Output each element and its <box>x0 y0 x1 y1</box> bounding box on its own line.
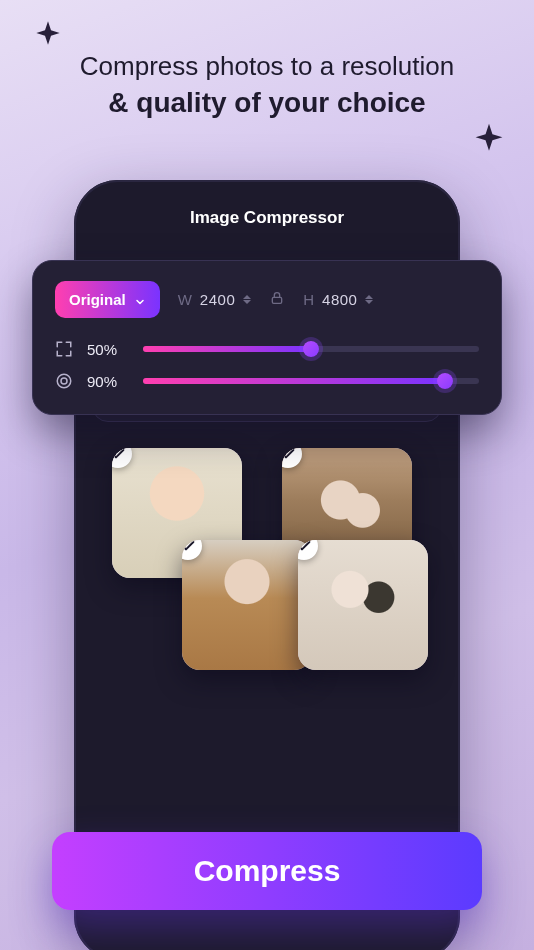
controls-panel: Original W 2400 H 4800 50% <box>32 260 502 415</box>
preset-dropdown[interactable]: Original <box>55 281 160 318</box>
stepper-arrows-icon <box>243 295 251 304</box>
sparkle-icon <box>466 120 512 166</box>
page-title: Image Compressor <box>74 208 460 228</box>
svg-point-2 <box>61 378 67 384</box>
headline-line2: & quality of your choice <box>0 85 534 120</box>
slider-fill <box>143 378 445 384</box>
svg-point-1 <box>57 374 71 388</box>
preset-label: Original <box>69 291 126 308</box>
width-stepper[interactable]: W 2400 <box>178 291 252 308</box>
quality-slider-row: 90% <box>55 372 479 390</box>
quality-percent: 90% <box>87 373 129 390</box>
stepper-arrows-icon <box>365 295 373 304</box>
compress-label: Compress <box>194 854 341 888</box>
resize-slider[interactable] <box>143 346 479 352</box>
thumbnail[interactable] <box>298 540 428 670</box>
quality-icon <box>55 372 73 390</box>
slider-thumb <box>303 341 319 357</box>
resize-percent: 50% <box>87 341 129 358</box>
resize-slider-row: 50% <box>55 340 479 358</box>
height-stepper[interactable]: H 4800 <box>303 291 373 308</box>
resize-icon <box>55 340 73 358</box>
width-value: 2400 <box>200 291 235 308</box>
chevron-down-icon <box>134 294 146 306</box>
lock-icon[interactable] <box>269 290 285 310</box>
compress-button[interactable]: Compress <box>52 832 482 910</box>
thumbnail-image <box>298 540 428 670</box>
thumbnail[interactable] <box>182 540 312 670</box>
width-label: W <box>178 291 192 308</box>
height-label: H <box>303 291 314 308</box>
height-value: 4800 <box>322 291 357 308</box>
headline: Compress photos to a resolution & qualit… <box>0 50 534 120</box>
thumbnails-grid <box>108 448 426 728</box>
slider-fill <box>143 346 311 352</box>
svg-rect-0 <box>273 297 282 303</box>
headline-line1: Compress photos to a resolution <box>0 50 534 83</box>
thumbnail-image <box>182 540 312 670</box>
slider-thumb <box>437 373 453 389</box>
quality-slider[interactable] <box>143 378 479 384</box>
